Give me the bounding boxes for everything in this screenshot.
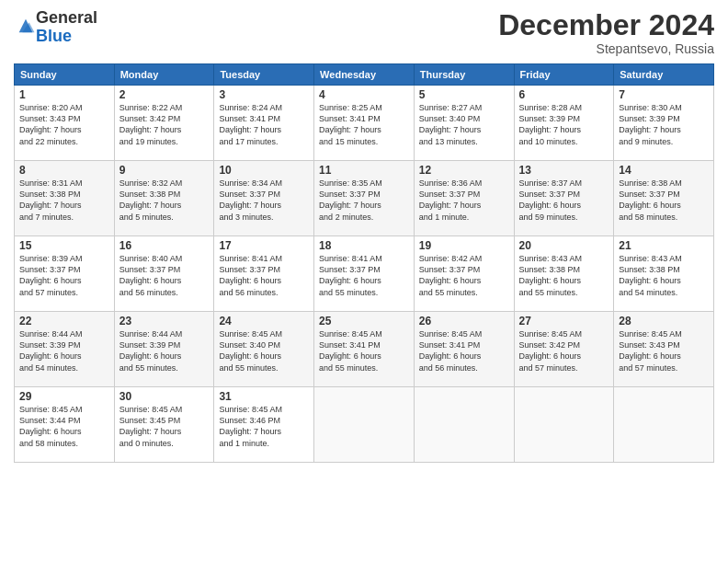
day-info: Sunrise: 8:45 AM Sunset: 3:46 PM Dayligh… bbox=[219, 404, 309, 449]
day-number: 7 bbox=[619, 88, 709, 101]
day-cell: 4Sunrise: 8:25 AM Sunset: 3:41 PM Daylig… bbox=[314, 86, 415, 161]
day-info: Sunrise: 8:35 AM Sunset: 3:37 PM Dayligh… bbox=[319, 178, 409, 223]
week-row-4: 22Sunrise: 8:44 AM Sunset: 3:39 PM Dayli… bbox=[15, 312, 714, 387]
subtitle: Stepantsevo, Russia bbox=[498, 41, 714, 56]
day-number: 6 bbox=[519, 88, 609, 101]
day-number: 15 bbox=[19, 239, 109, 252]
week-row-3: 15Sunrise: 8:39 AM Sunset: 3:37 PM Dayli… bbox=[15, 236, 714, 312]
day-number: 14 bbox=[619, 164, 709, 177]
day-cell: 19Sunrise: 8:42 AM Sunset: 3:37 PM Dayli… bbox=[414, 236, 514, 312]
day-cell: 5Sunrise: 8:27 AM Sunset: 3:40 PM Daylig… bbox=[414, 86, 514, 161]
day-number: 31 bbox=[219, 390, 309, 403]
week-row-5: 29Sunrise: 8:45 AM Sunset: 3:44 PM Dayli… bbox=[15, 387, 714, 463]
day-number: 2 bbox=[119, 88, 210, 101]
logo-blue: Blue bbox=[36, 27, 72, 45]
calendar-body: 1Sunrise: 8:20 AM Sunset: 3:43 PM Daylig… bbox=[15, 86, 714, 463]
header-cell-tuesday: Tuesday bbox=[214, 64, 314, 86]
day-info: Sunrise: 8:45 AM Sunset: 3:41 PM Dayligh… bbox=[319, 328, 409, 373]
day-info: Sunrise: 8:39 AM Sunset: 3:37 PM Dayligh… bbox=[19, 253, 109, 298]
day-cell: 15Sunrise: 8:39 AM Sunset: 3:37 PM Dayli… bbox=[15, 236, 115, 312]
day-info: Sunrise: 8:45 AM Sunset: 3:41 PM Dayligh… bbox=[419, 328, 509, 373]
calendar-header: SundayMondayTuesdayWednesdayThursdayFrid… bbox=[15, 64, 714, 86]
day-number: 25 bbox=[319, 315, 409, 327]
day-info: Sunrise: 8:25 AM Sunset: 3:41 PM Dayligh… bbox=[319, 102, 409, 147]
header-cell-thursday: Thursday bbox=[414, 64, 514, 86]
day-cell: 20Sunrise: 8:43 AM Sunset: 3:38 PM Dayli… bbox=[514, 236, 614, 312]
day-info: Sunrise: 8:28 AM Sunset: 3:39 PM Dayligh… bbox=[519, 102, 609, 147]
day-number: 27 bbox=[519, 315, 609, 327]
day-number: 5 bbox=[419, 88, 509, 101]
logo-text: General Blue bbox=[36, 9, 97, 46]
day-cell: 23Sunrise: 8:44 AM Sunset: 3:39 PM Dayli… bbox=[114, 312, 214, 387]
header-cell-wednesday: Wednesday bbox=[314, 64, 415, 86]
day-cell: 26Sunrise: 8:45 AM Sunset: 3:41 PM Dayli… bbox=[414, 312, 514, 387]
day-cell bbox=[314, 387, 415, 463]
day-cell: 10Sunrise: 8:34 AM Sunset: 3:37 PM Dayli… bbox=[214, 161, 314, 236]
header-cell-monday: Monday bbox=[114, 64, 214, 86]
day-number: 3 bbox=[219, 88, 309, 101]
day-info: Sunrise: 8:45 AM Sunset: 3:42 PM Dayligh… bbox=[519, 328, 609, 373]
day-info: Sunrise: 8:44 AM Sunset: 3:39 PM Dayligh… bbox=[119, 328, 210, 373]
logo: General Blue bbox=[14, 9, 97, 46]
day-cell: 28Sunrise: 8:45 AM Sunset: 3:43 PM Dayli… bbox=[614, 312, 714, 387]
day-cell: 14Sunrise: 8:38 AM Sunset: 3:37 PM Dayli… bbox=[614, 161, 714, 236]
day-info: Sunrise: 8:41 AM Sunset: 3:37 PM Dayligh… bbox=[319, 253, 409, 298]
logo-general: General bbox=[36, 8, 97, 27]
day-number: 1 bbox=[19, 88, 109, 101]
month-title: December 2024 bbox=[498, 9, 714, 41]
page: General Blue December 2024 Stepantsevo, … bbox=[0, 0, 728, 563]
day-info: Sunrise: 8:45 AM Sunset: 3:40 PM Dayligh… bbox=[219, 328, 309, 373]
day-cell: 13Sunrise: 8:37 AM Sunset: 3:37 PM Dayli… bbox=[514, 161, 614, 236]
day-cell: 6Sunrise: 8:28 AM Sunset: 3:39 PM Daylig… bbox=[514, 86, 614, 161]
day-info: Sunrise: 8:20 AM Sunset: 3:43 PM Dayligh… bbox=[19, 102, 109, 147]
day-cell: 31Sunrise: 8:45 AM Sunset: 3:46 PM Dayli… bbox=[214, 387, 314, 463]
day-info: Sunrise: 8:43 AM Sunset: 3:38 PM Dayligh… bbox=[519, 253, 609, 298]
day-number: 16 bbox=[119, 239, 210, 252]
day-number: 24 bbox=[219, 315, 309, 327]
day-info: Sunrise: 8:36 AM Sunset: 3:37 PM Dayligh… bbox=[419, 178, 509, 223]
day-number: 11 bbox=[319, 164, 409, 177]
day-info: Sunrise: 8:27 AM Sunset: 3:40 PM Dayligh… bbox=[419, 102, 509, 147]
day-cell: 25Sunrise: 8:45 AM Sunset: 3:41 PM Dayli… bbox=[314, 312, 415, 387]
day-info: Sunrise: 8:45 AM Sunset: 3:45 PM Dayligh… bbox=[119, 404, 210, 449]
day-cell: 24Sunrise: 8:45 AM Sunset: 3:40 PM Dayli… bbox=[214, 312, 314, 387]
day-cell: 17Sunrise: 8:41 AM Sunset: 3:37 PM Dayli… bbox=[214, 236, 314, 312]
day-number: 19 bbox=[419, 239, 509, 252]
header-cell-friday: Friday bbox=[514, 64, 614, 86]
day-number: 22 bbox=[19, 315, 109, 327]
day-info: Sunrise: 8:31 AM Sunset: 3:38 PM Dayligh… bbox=[19, 178, 109, 223]
day-cell: 16Sunrise: 8:40 AM Sunset: 3:37 PM Dayli… bbox=[114, 236, 214, 312]
day-info: Sunrise: 8:42 AM Sunset: 3:37 PM Dayligh… bbox=[419, 253, 509, 298]
day-number: 23 bbox=[119, 315, 210, 327]
day-cell: 12Sunrise: 8:36 AM Sunset: 3:37 PM Dayli… bbox=[414, 161, 514, 236]
header: General Blue December 2024 Stepantsevo, … bbox=[14, 9, 714, 56]
title-block: December 2024 Stepantsevo, Russia bbox=[498, 9, 714, 56]
week-row-2: 8Sunrise: 8:31 AM Sunset: 3:38 PM Daylig… bbox=[15, 161, 714, 236]
day-info: Sunrise: 8:24 AM Sunset: 3:41 PM Dayligh… bbox=[219, 102, 309, 147]
header-cell-sunday: Sunday bbox=[15, 64, 115, 86]
day-number: 18 bbox=[319, 239, 409, 252]
day-info: Sunrise: 8:43 AM Sunset: 3:38 PM Dayligh… bbox=[619, 253, 709, 298]
day-cell: 18Sunrise: 8:41 AM Sunset: 3:37 PM Dayli… bbox=[314, 236, 415, 312]
day-cell: 3Sunrise: 8:24 AM Sunset: 3:41 PM Daylig… bbox=[214, 86, 314, 161]
day-cell: 30Sunrise: 8:45 AM Sunset: 3:45 PM Dayli… bbox=[114, 387, 214, 463]
day-info: Sunrise: 8:44 AM Sunset: 3:39 PM Dayligh… bbox=[19, 328, 109, 373]
day-cell: 9Sunrise: 8:32 AM Sunset: 3:38 PM Daylig… bbox=[114, 161, 214, 236]
header-row: SundayMondayTuesdayWednesdayThursdayFrid… bbox=[15, 64, 714, 86]
day-number: 9 bbox=[119, 164, 210, 177]
day-info: Sunrise: 8:30 AM Sunset: 3:39 PM Dayligh… bbox=[619, 102, 709, 147]
day-cell: 21Sunrise: 8:43 AM Sunset: 3:38 PM Dayli… bbox=[614, 236, 714, 312]
day-number: 8 bbox=[19, 164, 109, 177]
day-number: 4 bbox=[319, 88, 409, 101]
day-number: 17 bbox=[219, 239, 309, 252]
day-cell bbox=[614, 387, 714, 463]
day-info: Sunrise: 8:34 AM Sunset: 3:37 PM Dayligh… bbox=[219, 178, 309, 223]
day-cell: 2Sunrise: 8:22 AM Sunset: 3:42 PM Daylig… bbox=[114, 86, 214, 161]
day-cell bbox=[514, 387, 614, 463]
day-number: 26 bbox=[419, 315, 509, 327]
day-info: Sunrise: 8:22 AM Sunset: 3:42 PM Dayligh… bbox=[119, 102, 210, 147]
day-number: 20 bbox=[519, 239, 609, 252]
day-info: Sunrise: 8:38 AM Sunset: 3:37 PM Dayligh… bbox=[619, 178, 709, 223]
day-cell: 22Sunrise: 8:44 AM Sunset: 3:39 PM Dayli… bbox=[15, 312, 115, 387]
day-info: Sunrise: 8:41 AM Sunset: 3:37 PM Dayligh… bbox=[219, 253, 309, 298]
